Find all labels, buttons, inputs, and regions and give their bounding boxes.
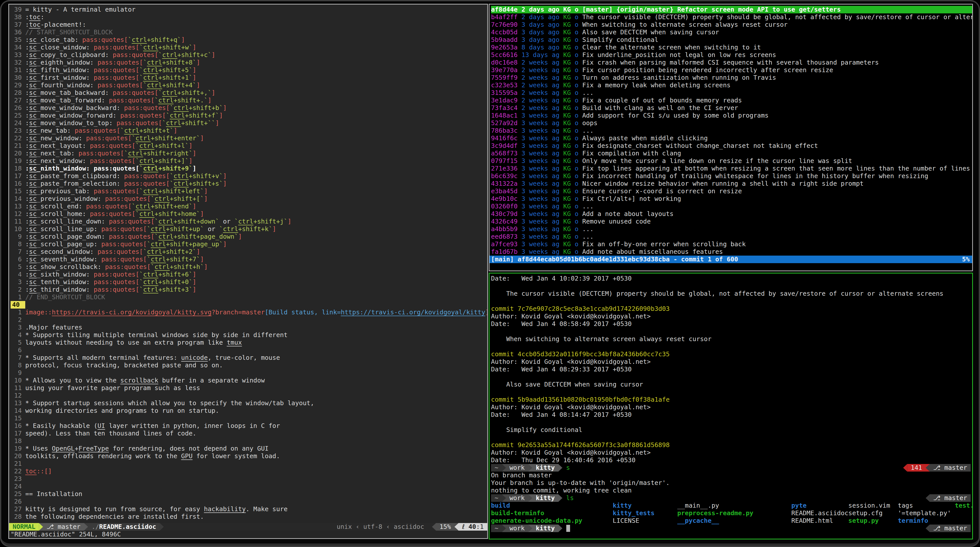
- commit-row[interactable]: 5b9aadd 3 days ago KG o Simplify conditi…: [491, 36, 972, 44]
- text-segment: generate-unicode-data.py: [491, 517, 613, 525]
- commit-row[interactable]: 315595a 2 weeks ag KG o ...: [491, 89, 972, 97]
- text-segment: toc: [25, 468, 37, 475]
- shell-output-line: commit 5b9aadd13561b0820bc01950bfbd0cf0f…: [491, 396, 972, 403]
- shell-output-line: The cursor visible (DECTCEM) property sh…: [491, 290, 972, 298]
- commit-row[interactable]: 3e1dac9 2 weeks ag KG o Fix a couple of …: [491, 97, 972, 104]
- vim-line-text: [25, 301, 487, 309]
- vim-line-number: 19: [11, 445, 25, 452]
- text-segment: ?branch=master: [212, 309, 265, 316]
- commit-row[interactable]: 1648ac1 3 weeks ag KG o Add support for …: [491, 112, 972, 119]
- text-segment: commit 7c76e907c28c5ec8a3e1ccab9d1742260…: [491, 305, 670, 312]
- powerline-separator-icon: [926, 525, 930, 532]
- vim-line: 23: [11, 475, 487, 483]
- text-segment: * Uses: [25, 445, 52, 452]
- vim-line: 20:sc_next_tab: pass:quotes[`ctrl+shift+…: [11, 150, 487, 157]
- commit-row[interactable]: 4e9b10c 3 weeks ag KG o Fix Ctrl/alt+] n…: [491, 195, 972, 203]
- vim-line: 1// END_SHORTCUT_BLOCK: [11, 293, 487, 301]
- shell-output-line: Date: Wed Jan 4 08:29:33 2017 +0530: [491, 366, 972, 373]
- text-segment: for lower system load.: [192, 452, 280, 460]
- git-log-window[interactable]: af8d44e 2 days ago KG o [master] {origin…: [489, 4, 973, 271]
- commit-row[interactable]: 7559ff9 2 weeks ag KG o Turn on address …: [491, 74, 972, 81]
- commit-row[interactable]: eed6873 3 weeks ag KG o ...: [491, 233, 972, 241]
- tig-commit-list[interactable]: af8d44e 2 days ago KG o [master] {origin…: [490, 5, 972, 255]
- commit-row[interactable]: 4ccb05d 3 days ago KG o Also save DECTCE…: [491, 29, 972, 36]
- commit-row[interactable]: b4af2ff 2 days ago KG o The cursor visib…: [491, 13, 972, 21]
- commit-row[interactable]: 5cc6616 13 days ag KG o Fix underline_po…: [491, 51, 972, 59]
- text-segment: setup.py: [848, 517, 898, 525]
- vim-line-number: 24: [11, 483, 25, 490]
- vim-line-number: 6: [11, 346, 25, 354]
- vim-line-number: 2: [11, 286, 25, 293]
- commit-row[interactable]: af8d44e 2 days ago KG o [master] {origin…: [491, 6, 972, 13]
- text-segment: README.asciidoc: [791, 509, 848, 517]
- text-segment: scrollback: [120, 377, 158, 384]
- text-segment: toolkits, offloads rendering work to the: [25, 452, 181, 460]
- commit-row[interactable]: 7c76e90 3 days ago KG o When switching t…: [491, 21, 972, 29]
- vim-line-text: = kitty - A terminal emulator: [25, 6, 487, 13]
- vim-line-number: 15: [11, 187, 25, 195]
- vim-line: 6: [11, 346, 487, 354]
- commit-row[interactable]: fa1d67b 3 weeks ag KG o Add note about m…: [491, 248, 972, 255]
- vim-line-text: :sc_scroll_end: pass:quotes[`ctrl+shift+…: [25, 203, 487, 210]
- commit-row[interactable]: 4326c49 3 weeks ag KG o Remove unused co…: [491, 218, 972, 225]
- text-segment: commit 9e2653a55a1744f626a5607f3c3a0f886…: [491, 441, 670, 449]
- vim-line-number: 3: [11, 278, 25, 286]
- vim-line: 11:sc_scroll_line_down: pass:quotes[`ctr…: [11, 218, 487, 225]
- vim-current-line-number: 40: [11, 301, 25, 309]
- commit-row[interactable]: 73fa3c4 2 weeks ag KG o Build with clang…: [491, 104, 972, 112]
- vim-line: 25== Installation: [11, 490, 487, 498]
- commit-row[interactable]: c323e53 2 weeks ag KG o Fix a memory lea…: [491, 81, 972, 89]
- shell-prompt-line[interactable]: ~workkitty ls⎇ master: [491, 494, 972, 502]
- powerline-separator-icon: [926, 464, 930, 472]
- commit-row[interactable]: a568f73 3 weeks ag KG o Fix compilation …: [491, 150, 972, 157]
- commit-row[interactable]: a4bb5b9 3 weeks ag KG o ...: [491, 225, 972, 233]
- vim-line-text: :sc_new_tab: pass:quotes[`ctrl+shift+t`]: [25, 127, 487, 135]
- vim-line: 7:sc_second_window: pass:quotes[`ctrl+sh…: [11, 248, 487, 255]
- commit-row[interactable]: b6c639c 3 weeks ag KG o Fix incorrect ha…: [491, 172, 972, 180]
- vim-line-number: 33: [11, 51, 25, 59]
- commit-row[interactable]: 430c79d 3 weeks ag KG o Add a note about…: [491, 210, 972, 218]
- vim-buffer[interactable]: 39= kitty - A terminal emulator38:toc:37…: [9, 5, 487, 520]
- text-segment: toc: [29, 13, 40, 21]
- shell-prompt-line[interactable]: ~workkitty s141⎇ master: [491, 464, 972, 472]
- text-segment: tags: [898, 502, 955, 509]
- commit-row[interactable]: 0797f15 3 weeks ag KG o Only move the cu…: [491, 157, 972, 165]
- vim-line-text: [25, 460, 487, 468]
- prompt-dir-segment: kitty: [532, 494, 558, 502]
- prompt-right-status: 141⎇ master: [903, 464, 970, 472]
- commit-row[interactable]: 431322a 3 weeks ag KG o Nicer window res…: [491, 180, 972, 187]
- commit-row[interactable]: 271e336 3 weeks ag KG o Fix top lines ap…: [491, 165, 972, 172]
- vim-line-text: [25, 475, 487, 483]
- commit-row[interactable]: 9e2653a 8 days ago KG o Clear the altern…: [491, 44, 972, 51]
- shell-window[interactable]: Date: Wed Jan 4 10:02:39 2017 +0530 The …: [489, 273, 973, 539]
- vim-line-number: 19: [11, 157, 25, 165]
- commit-row[interactable]: d0c16e8 2 weeks ag KG o Fix crash when p…: [491, 59, 972, 67]
- commit-row[interactable]: 9416f6c 3 weeks ag KG o Always paste whe…: [491, 135, 972, 142]
- vim-line-text: :sc_previous_tab: pass:quotes[`ctrl+shif…: [25, 187, 487, 195]
- vim-line-text: :sc_scroll_line_up: pass:quotes[`ctrl+sh…: [25, 225, 487, 233]
- vim-line-number: 13: [11, 400, 25, 407]
- shell-prompt-line[interactable]: ~workkitty⎇ master: [491, 525, 972, 532]
- vim-line: 1image::https://travis-ci.org/kovidgoyal…: [11, 309, 487, 316]
- text-segment: protocol, focus tracking, bracketed past…: [25, 361, 223, 369]
- commit-row[interactable]: 786ba3c 3 weeks ag KG o ...: [491, 127, 972, 135]
- vim-line-number: 22: [11, 468, 25, 475]
- commit-row[interactable]: a7fce93 3 weeks ag KG o Fix an off-by-on…: [491, 241, 972, 248]
- vim-line-number: 25: [11, 490, 25, 498]
- vim-window[interactable]: 39= kitty - A terminal emulator38:toc:37…: [8, 4, 488, 539]
- text-segment: test.py: [955, 502, 972, 509]
- vim-line-number: 3: [11, 324, 25, 331]
- text-segment: setup.cfg: [848, 509, 898, 517]
- shell-scrollback[interactable]: Date: Wed Jan 4 10:02:39 2017 +0530 The …: [490, 274, 972, 532]
- commit-row[interactable]: e3ba45d 3 weeks ag KG o Ensure cursor x-…: [491, 187, 972, 195]
- commit-row[interactable]: 03260f0 3 weeks ag KG o ...: [491, 203, 972, 210]
- vim-line-text: [25, 316, 487, 324]
- commit-row[interactable]: 527a92d 3 weeks ag KG o oops: [491, 119, 972, 127]
- text-segment: On branch master: [491, 472, 552, 479]
- commit-row[interactable]: 39e770a 2 weeks ag KG o Fix cursor posit…: [491, 67, 972, 74]
- vim-line-number: 16: [11, 180, 25, 187]
- commit-row[interactable]: 3c9d4df 3 weeks ag KG o Fix designate_ch…: [491, 142, 972, 150]
- branch-icon: ⎇: [933, 525, 944, 532]
- text-segment: nothing to commit, working tree clean: [491, 487, 632, 494]
- vim-line: 27:sc_move_tab_forward: pass:quotes[`ctr…: [11, 97, 487, 104]
